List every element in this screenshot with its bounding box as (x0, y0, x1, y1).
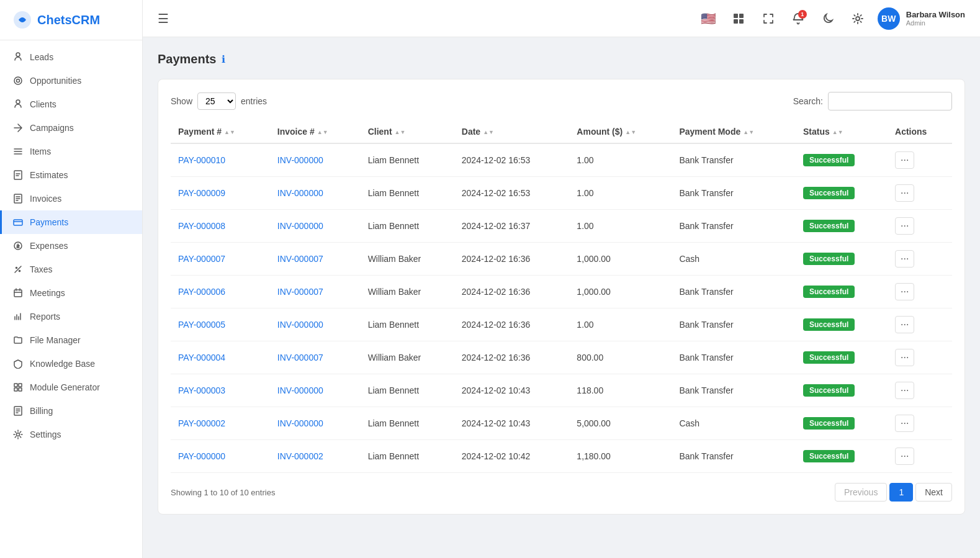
invoice-link[interactable]: INV-000007 (277, 287, 323, 297)
status-cell: Successful (796, 308, 888, 341)
actions-button[interactable]: ··· (895, 283, 914, 300)
date-cell: 2024-12-02 16:36 (454, 341, 570, 374)
col-payment_mode[interactable]: Payment Mode▲▼ (672, 120, 795, 143)
status-cell: Successful (796, 276, 888, 308)
svg-rect-17 (734, 19, 738, 24)
svg-rect-8 (14, 290, 22, 297)
search-label: Search: (793, 96, 823, 106)
expenses-icon (12, 240, 24, 251)
logo: ChetsCRM (0, 0, 142, 40)
payment-link[interactable]: PAY-000009 (178, 188, 225, 198)
sidebar-item-estimates[interactable]: Estimates (0, 163, 142, 187)
sidebar-label-payments: Payments (30, 217, 68, 227)
actions-button[interactable]: ··· (895, 415, 914, 432)
invoice-link[interactable]: INV-000007 (277, 353, 323, 362)
sidebar-item-taxes[interactable]: Taxes (0, 258, 142, 281)
col-status[interactable]: Status▲▼ (796, 120, 888, 143)
sidebar-item-meetings[interactable]: Meetings (0, 281, 142, 305)
actions-button[interactable]: ··· (895, 349, 914, 366)
menu-icon[interactable]: ☰ (158, 11, 169, 26)
actions-button[interactable]: ··· (895, 250, 914, 268)
sidebar-item-opportunities[interactable]: Opportunities (0, 69, 142, 92)
amount-cell: 1.00 (569, 210, 672, 243)
col-invoice_num[interactable]: Invoice #▲▼ (270, 120, 361, 143)
status-badge: Successful (803, 154, 855, 166)
invoice-link[interactable]: INV-000000 (277, 320, 323, 330)
actions-button[interactable]: ··· (895, 151, 914, 169)
col-amount[interactable]: Amount ($)▲▼ (569, 120, 672, 143)
sidebar-item-invoices[interactable]: Invoices (0, 187, 142, 210)
col-payment_num[interactable]: Payment #▲▼ (171, 120, 270, 143)
sidebar-item-knowledge-base[interactable]: Knowledge Base (0, 352, 142, 376)
payment-link[interactable]: PAY-000007 (178, 254, 225, 264)
sidebar-item-clients[interactable]: Clients (0, 92, 142, 116)
invoice-link[interactable]: INV-000000 (277, 155, 323, 165)
svg-point-1 (20, 18, 24, 22)
invoice-link[interactable]: INV-000000 (277, 418, 323, 428)
user-profile[interactable]: BW Barbara Wilson Admin (878, 7, 965, 30)
sidebar-item-billing[interactable]: Billing (0, 399, 142, 423)
payment-link[interactable]: PAY-000006 (178, 287, 225, 297)
actions-button[interactable]: ··· (895, 316, 914, 333)
sidebar-item-campaigns[interactable]: Campaigns (0, 116, 142, 140)
invoice-link[interactable]: INV-000000 (277, 385, 323, 395)
notifications-icon[interactable]: 1 (788, 9, 808, 29)
amount-cell: 1.00 (569, 177, 672, 210)
payment-num-cell: PAY-000000 (171, 440, 270, 473)
invoices-icon (12, 193, 24, 204)
sidebar-label-file-manager: File Manager (30, 335, 81, 345)
entries-select[interactable]: 25 10 50 100 (197, 92, 236, 110)
col-client[interactable]: Client▲▼ (361, 120, 454, 143)
actions-button[interactable]: ··· (895, 382, 914, 399)
sidebar-item-payments[interactable]: Payments (0, 210, 142, 234)
invoice-num-cell: INV-000000 (270, 177, 361, 210)
payment-link[interactable]: PAY-000005 (178, 320, 225, 330)
sidebar-label-opportunities: Opportunities (30, 76, 81, 86)
col-date[interactable]: Date▲▼ (454, 120, 570, 143)
sidebar-item-file-manager[interactable]: File Manager (0, 328, 142, 352)
dark-mode-icon[interactable] (818, 9, 838, 29)
amount-cell: 1.00 (569, 308, 672, 341)
opportunities-icon (12, 75, 24, 86)
payment-mode-cell: Bank Transfer (672, 276, 795, 308)
invoice-link[interactable]: INV-000000 (277, 221, 323, 231)
svg-point-2 (14, 77, 22, 84)
sidebar-item-reports[interactable]: Reports (0, 305, 142, 328)
payment-link[interactable]: PAY-000002 (178, 418, 225, 428)
svg-point-19 (856, 17, 860, 20)
sidebar-label-campaigns: Campaigns (30, 123, 74, 133)
payment-link[interactable]: PAY-000004 (178, 353, 225, 362)
search-input[interactable] (828, 92, 952, 110)
info-icon[interactable]: ℹ (222, 53, 225, 65)
header: ☰ 🇺🇸 1 BW (143, 0, 980, 37)
fullscreen-icon[interactable] (758, 9, 778, 29)
table-body: PAY-000010 INV-000000 Liam Bennett 2024-… (171, 143, 952, 473)
payment-num-cell: PAY-000004 (171, 341, 270, 374)
payment-link[interactable]: PAY-000000 (178, 451, 225, 461)
invoice-link[interactable]: INV-000000 (277, 188, 323, 198)
sidebar-item-items[interactable]: Items (0, 140, 142, 163)
svg-rect-18 (739, 19, 744, 24)
previous-button[interactable]: Previous (835, 483, 887, 502)
next-button[interactable]: Next (915, 483, 952, 502)
invoice-link[interactable]: INV-000007 (277, 254, 323, 264)
estimates-icon (12, 169, 24, 181)
sidebar-item-leads[interactable]: Leads (0, 45, 142, 69)
sidebar-item-settings[interactable]: Settings (0, 423, 142, 446)
sidebar-item-module-generator[interactable]: Module Generator (0, 376, 142, 399)
language-flag[interactable]: 🇺🇸 (699, 9, 719, 29)
actions-button[interactable]: ··· (895, 184, 914, 202)
payment-link[interactable]: PAY-000010 (178, 155, 225, 165)
grid-icon[interactable] (729, 9, 748, 29)
settings-icon[interactable] (848, 9, 868, 29)
payment-link[interactable]: PAY-000003 (178, 385, 225, 395)
invoice-link[interactable]: INV-000002 (277, 451, 323, 461)
sidebar-item-expenses[interactable]: Expenses (0, 234, 142, 258)
table-row: PAY-000002 INV-000000 Liam Bennett 2024-… (171, 407, 952, 440)
payment-link[interactable]: PAY-000008 (178, 221, 225, 231)
actions-button[interactable]: ··· (895, 217, 914, 235)
page-1-button[interactable]: 1 (889, 483, 913, 502)
actions-button[interactable]: ··· (895, 448, 914, 465)
items-icon (12, 146, 24, 157)
campaigns-icon (12, 122, 24, 133)
